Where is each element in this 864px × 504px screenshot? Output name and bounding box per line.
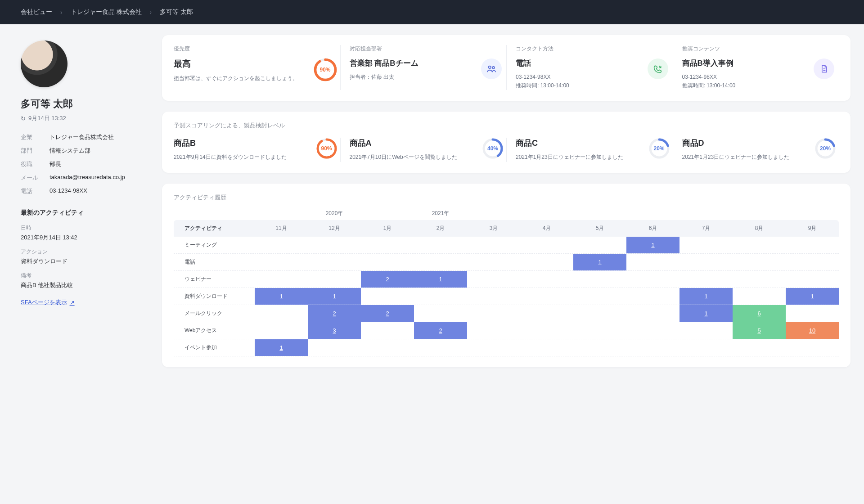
history-row: Webアクセス32510	[174, 322, 839, 339]
history-card: アクティビティ履歴 2020年 2021年 アクティビティ11月12月1月2月3…	[162, 184, 850, 367]
history-cell-value[interactable]: 5	[733, 322, 786, 339]
history-cell-value[interactable]: 2	[361, 271, 414, 288]
history-row-label: ミーティング	[174, 237, 255, 253]
product-name: 商品D	[682, 138, 830, 148]
history-cell-value[interactable]: 1	[255, 339, 308, 356]
document-icon	[814, 58, 834, 79]
sfa-link[interactable]: SFAページを表示↗	[21, 298, 75, 306]
history-cell-value[interactable]: 10	[786, 322, 839, 339]
history-cell-value[interactable]: 2	[414, 322, 467, 339]
product-gauge: 20%	[814, 138, 836, 159]
history-col-label: アクティビティ	[174, 220, 255, 237]
history-year-2021: 2021年	[414, 210, 467, 217]
history-row: イベント参加1	[174, 339, 839, 356]
activity-note-label: 備考	[21, 272, 141, 279]
meta-company-label: 企業	[21, 133, 50, 141]
history-cell-value[interactable]: 3	[308, 322, 361, 339]
crumb-person[interactable]: 多可等 太郎	[160, 8, 193, 16]
product-desc: 2021年7月10日にWebページを閲覧しました	[350, 153, 498, 162]
history-row-label: Webアクセス	[174, 322, 255, 339]
history-row: 資料ダウンロード1111	[174, 288, 839, 305]
history-row: ミーティング1	[174, 237, 839, 254]
history-cell-value[interactable]: 1	[680, 288, 733, 305]
history-row-label: メールクリック	[174, 305, 255, 322]
history-month-header: 1月	[361, 220, 414, 237]
scoring-product: 商品D 2021年1月23日にウェビナーに参加しました 20%	[673, 138, 839, 162]
history-cell-value[interactable]: 1	[626, 237, 680, 253]
history-cell-value[interactable]: 6	[733, 305, 786, 322]
history-title: アクティビティ履歴	[174, 194, 839, 202]
history-row-label: 資料ダウンロード	[174, 288, 255, 305]
chevron-right-icon: ›	[150, 9, 152, 16]
activity-action-label: アクション	[21, 248, 141, 256]
meta-role-label: 役職	[21, 160, 50, 168]
history-cell-value[interactable]: 1	[255, 288, 308, 305]
meta-dept-value: 情報システム部	[50, 147, 90, 155]
avatar	[21, 40, 68, 87]
phone-icon	[648, 58, 668, 79]
activity-time-value: 2021年9月14日 13:42	[21, 234, 141, 242]
meta-tel-label: 電話	[21, 187, 50, 195]
product-name: 商品A	[350, 138, 498, 148]
history-year-2020: 2020年	[308, 210, 361, 217]
meta-company-value: トレジャー食品株式会社	[50, 133, 114, 141]
scoring-product: 商品B 2021年9月14日に資料をダウンロードしました 90%	[174, 138, 340, 162]
history-cell-value[interactable]: 1	[573, 254, 626, 270]
summary-card: 優先度 最高 担当部署は、すぐにアクションを起こしましょう。 90% 対応担当部…	[162, 35, 850, 101]
history-month-header: 11月	[255, 220, 308, 237]
product-gauge: 40%	[482, 138, 504, 159]
history-row-label: ウェビナー	[174, 271, 255, 288]
summary-contact: コンタクト方法 電話 03-1234-98XX 推奨時間: 13:00-14:0…	[506, 45, 673, 90]
history-cell-value[interactable]: 1	[414, 271, 467, 288]
meta-dept-label: 部門	[21, 147, 50, 155]
product-name: 商品C	[516, 138, 664, 148]
scoring-title: 予測スコアリングによる、製品検討レベル	[174, 122, 839, 130]
history-cell-value[interactable]: 1	[308, 288, 361, 305]
refresh-icon: ↻	[21, 115, 26, 122]
history-cell-value[interactable]: 1	[680, 305, 733, 322]
product-desc: 2021年9月14日に資料をダウンロードしました	[174, 153, 331, 162]
profile-sidebar: 多可等 太郎 ↻ 9月14日 13:32 企業トレジャー食品株式会社 部門情報シ…	[0, 24, 162, 381]
history-month-header: 12月	[308, 220, 361, 237]
external-link-icon: ↗	[70, 299, 75, 306]
history-cell-value[interactable]: 2	[308, 305, 361, 322]
crumb-company[interactable]: トレジャー食品 株式会社	[71, 8, 142, 16]
crumb-company-view[interactable]: 会社ビュー	[21, 8, 52, 16]
scoring-product: 商品C 2021年1月23日にウェビナーに参加しました 20%	[506, 138, 673, 162]
svg-point-2	[489, 66, 491, 69]
product-desc: 2021年1月23日にウェビナーに参加しました	[682, 153, 830, 162]
scoring-product: 商品A 2021年7月10日にWebページを閲覧しました 40%	[340, 138, 507, 162]
history-month-header: 2月	[414, 220, 467, 237]
history-month-header: 6月	[626, 220, 680, 237]
priority-gauge: 90%	[313, 58, 338, 82]
history-cell-value[interactable]: 1	[786, 288, 839, 305]
history-row-label: イベント参加	[174, 339, 255, 356]
history-row-label: 電話	[174, 254, 255, 270]
history-row: 電話1	[174, 254, 839, 271]
chevron-right-icon: ›	[60, 9, 63, 16]
people-icon	[481, 58, 502, 79]
meta-mail-value: takarada@treasuredata.co.jp	[50, 174, 125, 182]
latest-activity-title: 最新のアクティビティ	[21, 209, 141, 217]
person-name: 多可等 太郎	[21, 97, 141, 111]
history-cell-value[interactable]: 2	[361, 305, 414, 322]
activity-time-label: 日時	[21, 224, 141, 232]
summary-department: 対応担当部署 営業部 商品Bチーム 担当者：佐藤 出太	[340, 45, 507, 90]
history-month-header: 7月	[680, 220, 733, 237]
product-gauge: 20%	[648, 138, 670, 159]
product-name: 商品B	[174, 138, 331, 148]
meta-role-value: 部長	[50, 160, 61, 168]
summary-content: 推奨コンテンツ 商品B導入事例 03-1234-98XX 推奨時間: 13:00…	[673, 45, 839, 90]
history-month-header: 8月	[733, 220, 786, 237]
summary-priority: 優先度 最高 担当部署は、すぐにアクションを起こしましょう。 90%	[174, 45, 340, 90]
scoring-card: 予測スコアリングによる、製品検討レベル 商品B 2021年9月14日に資料をダウ…	[162, 112, 850, 172]
activity-note-value: 商品B 他社製品比較	[21, 281, 141, 289]
history-row: ウェビナー21	[174, 271, 839, 288]
history-month-header: 3月	[467, 220, 520, 237]
history-row: メールクリック2216	[174, 305, 839, 322]
meta-tel-value: 03-1234-98XX	[50, 187, 87, 195]
meta-mail-label: メール	[21, 174, 50, 182]
history-month-header: 4月	[520, 220, 573, 237]
product-gauge: 90%	[316, 138, 338, 159]
svg-point-3	[492, 67, 495, 69]
